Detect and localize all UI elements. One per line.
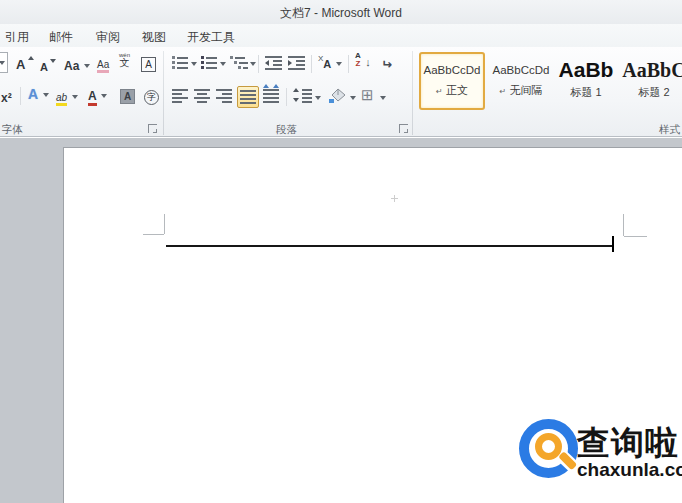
shrink-font-button[interactable]: A xyxy=(40,57,48,75)
character-shading-button[interactable]: A xyxy=(120,86,135,104)
font-size-combo-fragment[interactable] xyxy=(0,52,8,73)
ribbon-tab-row: 引用 邮件 审阅 视图 开发工具 xyxy=(0,24,682,47)
clear-formatting-icon: Aa xyxy=(97,59,109,73)
bullets-button[interactable] xyxy=(172,56,188,69)
phonetic-guide-button[interactable]: wén 文 xyxy=(119,52,130,68)
font-group-label: 字体 xyxy=(2,123,23,137)
decrease-indent-button[interactable] xyxy=(265,56,282,70)
dropdown-caret-icon xyxy=(315,96,321,100)
tab-mailings[interactable]: 邮件 xyxy=(44,28,78,46)
character-border-icon: A xyxy=(141,57,156,72)
line-spacing-icon xyxy=(302,89,312,91)
change-case-button[interactable]: Aa xyxy=(64,56,90,74)
style-label: ↵ 无间隔 xyxy=(490,83,552,98)
enclose-characters-icon: 字 xyxy=(144,90,159,105)
tab-view[interactable]: 视图 xyxy=(137,28,171,46)
distribute-arrow-icon xyxy=(263,84,269,88)
style-heading1[interactable]: AaBb 标题 1 xyxy=(555,52,617,110)
distribute-text-button[interactable] xyxy=(263,89,279,103)
line-spacing-up-icon xyxy=(293,88,299,92)
numbering-icon xyxy=(201,56,217,59)
superscript-button[interactable]: x² xyxy=(1,88,12,106)
line-spacing-down-icon xyxy=(293,98,299,102)
grow-font-icon: A xyxy=(16,57,25,72)
shrink-font-arrow-icon xyxy=(50,59,56,63)
style-heading2[interactable]: AaBbC 标题 2 xyxy=(619,52,682,110)
styles-group-label: 样式 xyxy=(659,123,680,137)
text-effects-button[interactable]: A xyxy=(28,85,49,103)
enclose-characters-button[interactable]: 字 xyxy=(144,86,159,105)
character-border-button[interactable]: A xyxy=(141,54,156,72)
align-right-button[interactable] xyxy=(216,89,232,103)
style-sample: AaBbC xyxy=(621,59,682,82)
dropdown-caret-icon xyxy=(72,95,78,99)
increase-indent-arrow-icon xyxy=(288,60,292,66)
highlight-icon: ab xyxy=(56,92,67,106)
tab-review[interactable]: 审阅 xyxy=(91,28,125,46)
grow-font-button[interactable]: A xyxy=(16,55,25,73)
increase-indent-button[interactable] xyxy=(288,56,305,70)
justify-icon xyxy=(240,90,256,92)
style-normal[interactable]: AaBbCcDd ↵ 正文 xyxy=(419,52,485,110)
justify-button[interactable] xyxy=(237,86,259,108)
style-no-spacing[interactable]: AaBbCcDd ↵ 无间隔 xyxy=(488,52,554,110)
line-spacing-button[interactable] xyxy=(293,89,312,103)
tab-developer[interactable]: 开发工具 xyxy=(182,28,240,46)
dropdown-caret-icon xyxy=(191,62,197,66)
dropdown-caret-icon xyxy=(336,62,342,66)
separator xyxy=(258,55,259,73)
watermark-domain-text: chaxunla.com xyxy=(577,459,682,481)
shading-bucket-icon xyxy=(328,86,348,104)
paragraph-mark-icon: ↵ xyxy=(381,57,392,72)
borders-grid-icon: ⊞ xyxy=(361,86,374,103)
decrease-indent-icon xyxy=(265,56,282,58)
dropdown-caret-icon xyxy=(84,64,90,68)
word-window: 文档7 - Microsoft Word 引用 邮件 审阅 视图 开发工具 A … xyxy=(0,0,682,503)
dropdown-caret-icon xyxy=(43,93,49,97)
dropdown-caret-icon xyxy=(220,62,226,66)
group-separator xyxy=(412,51,413,135)
font-dialog-launcher[interactable] xyxy=(148,124,157,133)
title-bar: 文档7 - Microsoft Word xyxy=(0,0,682,24)
grow-font-arrow-icon xyxy=(28,56,34,60)
separator xyxy=(286,88,287,106)
clear-formatting-button[interactable]: Aa xyxy=(97,54,109,72)
asian-layout-button[interactable]: XA xyxy=(318,54,342,72)
align-left-icon xyxy=(172,89,188,91)
paragraph-border-line xyxy=(166,245,613,247)
dropdown-caret-icon xyxy=(101,94,107,98)
numbering-button[interactable] xyxy=(201,56,217,69)
separator xyxy=(311,55,312,73)
style-sample: AaBbCcDd xyxy=(421,64,483,76)
multilevel-list-icon xyxy=(230,56,248,59)
shading-button[interactable] xyxy=(328,86,348,108)
align-left-button[interactable] xyxy=(172,89,188,103)
group-separator xyxy=(163,51,164,135)
style-label: 标题 1 xyxy=(557,85,615,100)
show-hide-marks-button[interactable]: ↵ xyxy=(381,55,392,73)
bullets-icon xyxy=(172,56,188,59)
paragraph-dialog-launcher[interactable] xyxy=(399,124,408,133)
text-highlight-button[interactable]: ab xyxy=(56,87,78,105)
shrink-font-icon: A xyxy=(40,61,48,73)
window-title: 文档7 - Microsoft Word xyxy=(0,5,682,22)
style-label: 标题 2 xyxy=(621,85,682,100)
document-area: 查询啦 chaxunla.com xyxy=(0,138,682,503)
multilevel-list-button[interactable] xyxy=(230,56,248,69)
align-right-icon xyxy=(216,89,232,91)
font-color-button[interactable]: A xyxy=(88,86,107,104)
sort-button[interactable]: A Z ↓ xyxy=(355,52,371,69)
align-center-icon xyxy=(194,89,210,91)
dropdown-caret-icon xyxy=(380,96,386,100)
style-sample: AaBb xyxy=(557,58,615,82)
decrease-indent-arrow-icon xyxy=(265,60,269,66)
style-sample: AaBbCcDd xyxy=(490,64,552,76)
ribbon: A A Aa Aa wén 文 A x² A ab xyxy=(0,47,682,137)
separator xyxy=(348,55,349,73)
align-center-button[interactable] xyxy=(194,89,210,103)
tab-references[interactable]: 引用 xyxy=(0,28,34,46)
change-case-icon: Aa xyxy=(64,59,79,73)
superscript-icon: x² xyxy=(1,91,12,105)
borders-button[interactable]: ⊞ xyxy=(361,86,374,104)
distribute-arrow-icon xyxy=(273,84,279,88)
